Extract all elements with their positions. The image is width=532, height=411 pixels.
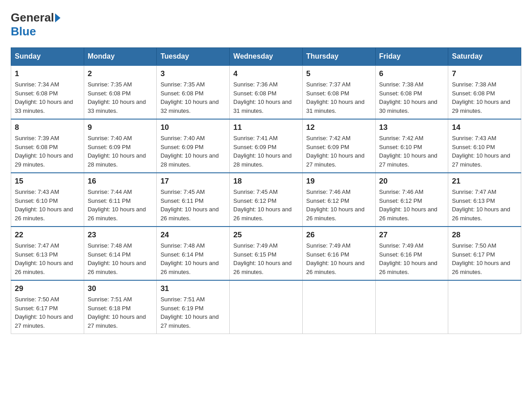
day-info-11: Sunrise: 7:41 AMSunset: 6:09 PMDaylight:…	[233, 134, 299, 169]
day-cell-20: 20Sunrise: 7:46 AMSunset: 6:12 PMDayligh…	[375, 173, 448, 227]
week-row-4: 22Sunrise: 7:47 AMSunset: 6:13 PMDayligh…	[11, 227, 521, 280]
day-cell-15: 15Sunrise: 7:43 AMSunset: 6:10 PMDayligh…	[11, 173, 84, 227]
week-row-5: 29Sunrise: 7:50 AMSunset: 6:17 PMDayligh…	[11, 280, 521, 334]
day-info-30: Sunrise: 7:51 AMSunset: 6:18 PMDaylight:…	[88, 295, 153, 330]
day-cell-21: 21Sunrise: 7:47 AMSunset: 6:13 PMDayligh…	[448, 173, 521, 227]
day-info-8: Sunrise: 7:39 AMSunset: 6:08 PMDaylight:…	[15, 134, 80, 169]
day-number-9: 9	[88, 123, 153, 132]
day-number-31: 31	[160, 284, 226, 293]
day-info-5: Sunrise: 7:37 AMSunset: 6:08 PMDaylight:…	[306, 80, 372, 115]
day-number-24: 24	[160, 231, 226, 240]
day-cell-12: 12Sunrise: 7:42 AMSunset: 6:09 PMDayligh…	[302, 119, 375, 173]
day-cell-7: 7Sunrise: 7:38 AMSunset: 6:08 PMDaylight…	[448, 65, 521, 119]
day-cell-6: 6Sunrise: 7:38 AMSunset: 6:08 PMDaylight…	[375, 65, 448, 119]
weekday-header-wednesday: Wednesday	[230, 48, 303, 66]
day-number-17: 17	[160, 177, 226, 186]
day-number-8: 8	[15, 123, 80, 132]
day-info-15: Sunrise: 7:43 AMSunset: 6:10 PMDaylight:…	[15, 188, 80, 223]
day-info-23: Sunrise: 7:48 AMSunset: 6:14 PMDaylight:…	[88, 241, 153, 276]
day-cell-18: 18Sunrise: 7:45 AMSunset: 6:12 PMDayligh…	[230, 173, 303, 227]
day-number-21: 21	[452, 177, 517, 186]
day-cell-28: 28Sunrise: 7:50 AMSunset: 6:17 PMDayligh…	[448, 227, 521, 280]
day-info-19: Sunrise: 7:46 AMSunset: 6:12 PMDaylight:…	[306, 188, 372, 223]
day-number-7: 7	[452, 69, 517, 78]
day-info-3: Sunrise: 7:35 AMSunset: 6:08 PMDaylight:…	[160, 80, 226, 115]
day-cell-26: 26Sunrise: 7:49 AMSunset: 6:16 PMDayligh…	[302, 227, 375, 280]
day-cell-3: 3Sunrise: 7:35 AMSunset: 6:08 PMDaylight…	[157, 65, 230, 119]
day-number-23: 23	[88, 231, 153, 240]
weekday-header-monday: Monday	[84, 48, 157, 66]
logo-blue-text: Blue	[11, 25, 36, 38]
day-cell-27: 27Sunrise: 7:49 AMSunset: 6:16 PMDayligh…	[375, 227, 448, 280]
day-number-28: 28	[452, 231, 517, 240]
day-cell-14: 14Sunrise: 7:43 AMSunset: 6:10 PMDayligh…	[448, 119, 521, 173]
day-info-14: Sunrise: 7:43 AMSunset: 6:10 PMDaylight:…	[452, 134, 517, 169]
empty-cell	[375, 280, 448, 334]
day-info-31: Sunrise: 7:51 AMSunset: 6:19 PMDaylight:…	[160, 295, 226, 330]
day-info-29: Sunrise: 7:50 AMSunset: 6:17 PMDaylight:…	[15, 295, 80, 330]
day-cell-4: 4Sunrise: 7:36 AMSunset: 6:08 PMDaylight…	[230, 65, 303, 119]
weekday-header-row: SundayMondayTuesdayWednesdayThursdayFrid…	[11, 48, 521, 66]
week-row-1: 1Sunrise: 7:34 AMSunset: 6:08 PMDaylight…	[11, 65, 521, 119]
day-cell-10: 10Sunrise: 7:40 AMSunset: 6:09 PMDayligh…	[157, 119, 230, 173]
day-info-7: Sunrise: 7:38 AMSunset: 6:08 PMDaylight:…	[452, 80, 517, 115]
weekday-header-tuesday: Tuesday	[157, 48, 230, 66]
day-info-28: Sunrise: 7:50 AMSunset: 6:17 PMDaylight:…	[452, 241, 517, 276]
empty-cell	[302, 280, 375, 334]
day-number-18: 18	[233, 177, 299, 186]
day-cell-13: 13Sunrise: 7:42 AMSunset: 6:10 PMDayligh…	[375, 119, 448, 173]
day-cell-2: 2Sunrise: 7:35 AMSunset: 6:08 PMDaylight…	[84, 65, 157, 119]
day-number-14: 14	[452, 123, 517, 132]
day-number-20: 20	[379, 177, 445, 186]
day-info-22: Sunrise: 7:47 AMSunset: 6:13 PMDaylight:…	[15, 241, 80, 276]
day-info-1: Sunrise: 7:34 AMSunset: 6:08 PMDaylight:…	[15, 80, 80, 115]
day-info-17: Sunrise: 7:45 AMSunset: 6:11 PMDaylight:…	[160, 188, 226, 223]
day-number-29: 29	[15, 284, 80, 293]
day-info-10: Sunrise: 7:40 AMSunset: 6:09 PMDaylight:…	[160, 134, 226, 169]
day-number-13: 13	[379, 123, 445, 132]
weekday-header-sunday: Sunday	[11, 48, 84, 66]
day-info-24: Sunrise: 7:48 AMSunset: 6:14 PMDaylight:…	[160, 241, 226, 276]
day-cell-8: 8Sunrise: 7:39 AMSunset: 6:08 PMDaylight…	[11, 119, 84, 173]
day-cell-22: 22Sunrise: 7:47 AMSunset: 6:13 PMDayligh…	[11, 227, 84, 280]
day-number-26: 26	[306, 231, 372, 240]
day-cell-29: 29Sunrise: 7:50 AMSunset: 6:17 PMDayligh…	[11, 280, 84, 334]
day-cell-30: 30Sunrise: 7:51 AMSunset: 6:18 PMDayligh…	[84, 280, 157, 334]
day-number-4: 4	[233, 69, 299, 78]
day-cell-16: 16Sunrise: 7:44 AMSunset: 6:11 PMDayligh…	[84, 173, 157, 227]
logo-general-text: General	[11, 11, 54, 25]
day-number-10: 10	[160, 123, 226, 132]
day-number-22: 22	[15, 231, 80, 240]
day-number-2: 2	[88, 69, 153, 78]
day-info-12: Sunrise: 7:42 AMSunset: 6:09 PMDaylight:…	[306, 134, 372, 169]
weekday-header-thursday: Thursday	[302, 48, 375, 66]
day-info-27: Sunrise: 7:49 AMSunset: 6:16 PMDaylight:…	[379, 241, 445, 276]
day-info-4: Sunrise: 7:36 AMSunset: 6:08 PMDaylight:…	[233, 80, 299, 115]
day-cell-17: 17Sunrise: 7:45 AMSunset: 6:11 PMDayligh…	[157, 173, 230, 227]
weekday-header-friday: Friday	[375, 48, 448, 66]
page-header: General Blue	[11, 11, 521, 39]
day-number-19: 19	[306, 177, 372, 186]
calendar-table: SundayMondayTuesdayWednesdayThursdayFrid…	[11, 47, 521, 334]
day-info-13: Sunrise: 7:42 AMSunset: 6:10 PMDaylight:…	[379, 134, 445, 169]
day-cell-25: 25Sunrise: 7:49 AMSunset: 6:15 PMDayligh…	[230, 227, 303, 280]
day-cell-19: 19Sunrise: 7:46 AMSunset: 6:12 PMDayligh…	[302, 173, 375, 227]
day-number-12: 12	[306, 123, 372, 132]
day-info-6: Sunrise: 7:38 AMSunset: 6:08 PMDaylight:…	[379, 80, 445, 115]
day-number-5: 5	[306, 69, 372, 78]
empty-cell	[230, 280, 303, 334]
day-cell-31: 31Sunrise: 7:51 AMSunset: 6:19 PMDayligh…	[157, 280, 230, 334]
day-info-18: Sunrise: 7:45 AMSunset: 6:12 PMDaylight:…	[233, 188, 299, 223]
empty-cell	[448, 280, 521, 334]
day-info-2: Sunrise: 7:35 AMSunset: 6:08 PMDaylight:…	[88, 80, 153, 115]
day-info-25: Sunrise: 7:49 AMSunset: 6:15 PMDaylight:…	[233, 241, 299, 276]
logo: General Blue	[11, 11, 61, 39]
day-number-6: 6	[379, 69, 445, 78]
day-info-16: Sunrise: 7:44 AMSunset: 6:11 PMDaylight:…	[88, 188, 153, 223]
day-cell-1: 1Sunrise: 7:34 AMSunset: 6:08 PMDaylight…	[11, 65, 84, 119]
day-cell-11: 11Sunrise: 7:41 AMSunset: 6:09 PMDayligh…	[230, 119, 303, 173]
day-number-15: 15	[15, 177, 80, 186]
day-info-21: Sunrise: 7:47 AMSunset: 6:13 PMDaylight:…	[452, 188, 517, 223]
day-cell-5: 5Sunrise: 7:37 AMSunset: 6:08 PMDaylight…	[302, 65, 375, 119]
logo-arrow-icon	[55, 13, 60, 22]
